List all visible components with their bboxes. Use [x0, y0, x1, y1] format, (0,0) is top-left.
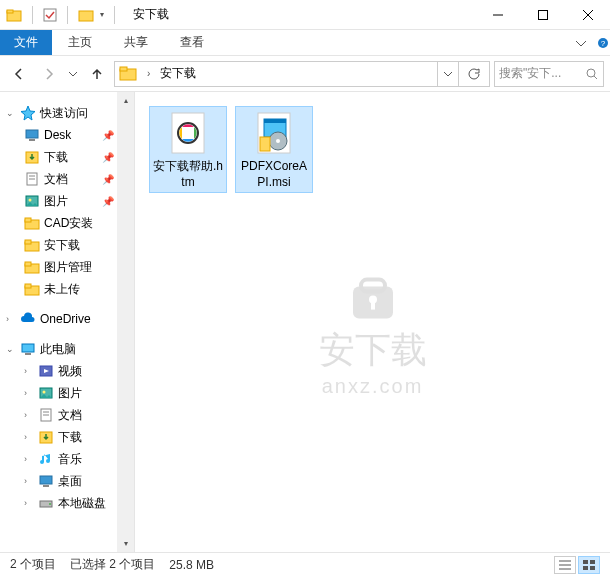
- view-details-button[interactable]: [554, 556, 576, 574]
- quick-access-label: 快速访问: [40, 105, 88, 122]
- nav-item-label: 文档: [44, 171, 68, 188]
- recent-dropdown[interactable]: [66, 61, 80, 87]
- view-icons-button[interactable]: [578, 556, 600, 574]
- folder-icon: [6, 7, 22, 23]
- maximize-button[interactable]: [520, 0, 565, 30]
- nav-item-label: 本地磁盘: [58, 495, 106, 512]
- breadcrumb-chevron-icon[interactable]: ›: [143, 68, 154, 79]
- scroll-up-icon[interactable]: ▴: [117, 92, 134, 109]
- nav-item-label: 下载: [44, 149, 68, 166]
- quick-access-item[interactable]: 安下载: [0, 234, 134, 256]
- file-item[interactable]: 安下载帮助.htm: [149, 106, 227, 193]
- pin-icon: 📌: [102, 130, 114, 141]
- selected-count: 已选择 2 个项目: [70, 556, 155, 573]
- svg-rect-31: [25, 353, 31, 355]
- desktop-icon: [38, 473, 54, 489]
- help-button[interactable]: ?: [596, 30, 610, 55]
- nav-item-label: CAD安装: [44, 215, 93, 232]
- svg-point-12: [587, 69, 595, 77]
- address-folder-icon: [119, 64, 139, 84]
- refresh-button[interactable]: [458, 62, 489, 86]
- music-icon: [38, 451, 54, 467]
- file-item[interactable]: PDFXCoreAPI.msi: [235, 106, 313, 193]
- svg-rect-39: [40, 476, 52, 484]
- close-button[interactable]: [565, 0, 610, 30]
- scroll-down-icon[interactable]: ▾: [117, 535, 134, 552]
- file-tab[interactable]: 文件: [0, 30, 52, 55]
- folder-icon: [24, 281, 40, 297]
- qat-checkbox-icon[interactable]: [43, 8, 57, 22]
- folder-icon: [24, 259, 40, 275]
- downloads-icon: [24, 149, 40, 165]
- item-count: 2 个项目: [10, 556, 56, 573]
- up-button[interactable]: [84, 61, 110, 87]
- tab-share[interactable]: 共享: [108, 30, 164, 55]
- svg-rect-1: [7, 10, 13, 13]
- onedrive[interactable]: › OneDrive: [0, 308, 134, 330]
- tab-view[interactable]: 查看: [164, 30, 220, 55]
- svg-rect-60: [583, 566, 588, 570]
- pc-item[interactable]: ›文档: [0, 404, 134, 426]
- nav-item-label: 文档: [58, 407, 82, 424]
- svg-rect-54: [260, 137, 270, 151]
- quick-access[interactable]: ⌄ 快速访问: [0, 102, 134, 124]
- quick-access-item[interactable]: 下载📌: [0, 146, 134, 168]
- svg-rect-2: [44, 9, 56, 21]
- address-bar[interactable]: › 安下载: [114, 61, 490, 87]
- quick-access-item[interactable]: 图片管理: [0, 256, 134, 278]
- breadcrumb-current[interactable]: 安下载: [154, 62, 202, 86]
- svg-rect-59: [590, 560, 595, 564]
- nav-scrollbar[interactable]: ▴ ▾: [117, 92, 134, 552]
- pc-item[interactable]: ›图片: [0, 382, 134, 404]
- expand-icon[interactable]: ⌄: [6, 108, 16, 118]
- search-input[interactable]: 搜索"安下...: [494, 61, 604, 87]
- svg-rect-30: [22, 344, 34, 352]
- ribbon-expand-button[interactable]: [566, 30, 596, 55]
- svg-rect-44: [361, 280, 385, 292]
- nav-item-label: 桌面: [58, 473, 82, 490]
- quick-access-item[interactable]: 未上传: [0, 278, 134, 300]
- svg-point-34: [43, 391, 46, 394]
- pin-icon: 📌: [102, 174, 114, 185]
- forward-button[interactable]: [36, 61, 62, 87]
- quick-access-item[interactable]: CAD安装: [0, 212, 134, 234]
- pc-item[interactable]: ›音乐: [0, 448, 134, 470]
- svg-rect-51: [264, 119, 286, 123]
- file-icon: [164, 109, 212, 157]
- pc-item[interactable]: ›本地磁盘: [0, 492, 134, 514]
- folder-small-icon[interactable]: [78, 7, 94, 23]
- svg-point-53: [276, 139, 280, 143]
- onedrive-label: OneDrive: [40, 312, 91, 326]
- svg-point-45: [369, 296, 377, 304]
- svg-rect-47: [172, 113, 204, 153]
- status-bar: 2 个项目 已选择 2 个项目 25.8 MB: [0, 552, 610, 576]
- qat-dropdown-icon[interactable]: ▾: [100, 10, 104, 19]
- selected-size: 25.8 MB: [169, 558, 214, 572]
- cloud-icon: [20, 311, 36, 327]
- svg-point-21: [29, 199, 32, 202]
- svg-rect-3: [79, 11, 93, 21]
- ribbon: 文件 主页 共享 查看 ?: [0, 30, 610, 56]
- svg-rect-46: [371, 302, 375, 310]
- videos-icon: [38, 363, 54, 379]
- watermark: 安下载 anxz.com: [319, 272, 427, 398]
- svg-rect-25: [25, 240, 31, 244]
- address-dropdown[interactable]: [437, 62, 458, 86]
- svg-rect-15: [29, 139, 35, 141]
- tab-home[interactable]: 主页: [52, 30, 108, 55]
- svg-rect-14: [26, 130, 38, 138]
- quick-access-item[interactable]: Desk📌: [0, 124, 134, 146]
- back-button[interactable]: [6, 61, 32, 87]
- svg-rect-11: [120, 67, 127, 71]
- pc-item[interactable]: ›桌面: [0, 470, 134, 492]
- title-bar: ▾ 安下载: [0, 0, 610, 30]
- quick-access-item[interactable]: 文档📌: [0, 168, 134, 190]
- nav-item-label: 下载: [58, 429, 82, 446]
- minimize-button[interactable]: [475, 0, 520, 30]
- this-pc[interactable]: ⌄ 此电脑: [0, 338, 134, 360]
- quick-access-item[interactable]: 图片📌: [0, 190, 134, 212]
- pc-item[interactable]: ›视频: [0, 360, 134, 382]
- content-area[interactable]: 安下载 anxz.com 安下载帮助.htmPDFXCoreAPI.msi: [135, 92, 610, 552]
- pc-item[interactable]: ›下载: [0, 426, 134, 448]
- drive-icon: [38, 495, 54, 511]
